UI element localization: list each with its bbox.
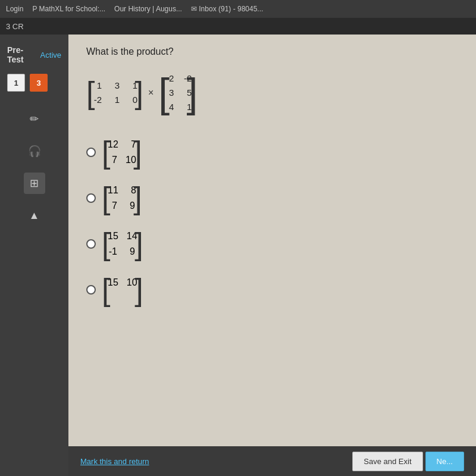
pencil-icon[interactable]: ✏ xyxy=(24,108,45,130)
cell2-r3c1: 4 xyxy=(164,100,174,114)
matrix-equation: 1 3 1 -2 1 0 × 2 -2 xyxy=(86,69,458,117)
question-button-3[interactable]: 3 xyxy=(30,74,48,92)
matrix-right-row-1: 2 -2 xyxy=(164,71,192,86)
answer-choice-c[interactable]: 15 14 -1 9 xyxy=(86,226,458,261)
answer-choice-b[interactable]: 11 8 7 9 xyxy=(86,180,458,215)
cell2-r1c1: 2 xyxy=(164,71,174,86)
matrix-right-row-2: 3 5 xyxy=(164,86,192,100)
headphones-icon[interactable]: 🎧 xyxy=(24,140,45,162)
arrow-up-icon[interactable]: ▲ xyxy=(24,205,45,226)
pre-test-section: Pre-Test Active xyxy=(0,40,68,69)
active-status-label: Active xyxy=(40,51,61,60)
next-button[interactable]: Ne... xyxy=(425,452,464,471)
cell-r1c3: 1 xyxy=(128,79,137,93)
cell-r2c3: 0 xyxy=(128,93,137,107)
save-exit-button[interactable]: Save and Exit xyxy=(352,452,422,471)
cell2-r2c1: 3 xyxy=(164,86,174,100)
matrix-right: 2 -2 3 5 4 1 xyxy=(158,69,198,117)
answer-matrix-d: 15 10 xyxy=(102,273,143,308)
pre-test-label: Pre-Test xyxy=(7,45,36,64)
cell-r1c2: 3 xyxy=(110,79,120,93)
cell-r2c1: -2 xyxy=(92,93,102,107)
sidebar-icons: ✏ 🎧 ⊞ ▲ xyxy=(0,96,68,226)
answer-matrix-c: 15 14 -1 9 xyxy=(102,226,143,261)
question-area: What is the product? 1 3 1 -2 1 0 xyxy=(68,35,476,476)
multiply-sign: × xyxy=(148,87,154,98)
cell-r2c2: 1 xyxy=(110,93,120,107)
tab-inbox[interactable]: ✉ Inbox (91) - 98045... xyxy=(191,5,263,13)
calculator-icon[interactable]: ⊞ xyxy=(24,173,45,194)
main-area: Pre-Test Active 1 3 ✏ 🎧 ⊞ ▲ What is the … xyxy=(0,35,476,476)
question-button-1[interactable]: 1 xyxy=(7,74,25,92)
matrix-right-row-3: 4 1 xyxy=(164,100,192,114)
radio-c[interactable] xyxy=(86,239,96,249)
cell2-r3c2: 1 xyxy=(182,100,192,114)
header-bar: 3 CR xyxy=(0,18,476,35)
tab-history[interactable]: Our History | Augus... xyxy=(114,5,182,13)
cell2-r1c2: -2 xyxy=(182,71,192,86)
tab-login[interactable]: Login xyxy=(6,5,23,13)
breadcrumb: 3 CR xyxy=(6,22,24,31)
mark-return-link[interactable]: Mark this and return xyxy=(80,457,149,466)
cell-r1c1: 1 xyxy=(92,79,102,93)
answer-matrix-a: 12 7 7 10 xyxy=(102,134,142,170)
tab-mathxl[interactable]: P MathXL for School:... xyxy=(32,5,105,13)
footer-buttons: Save and Exit Ne... xyxy=(352,452,464,471)
radio-a[interactable] xyxy=(86,148,96,157)
radio-d[interactable] xyxy=(86,285,96,295)
matrix-left-row-1: 1 3 1 xyxy=(92,79,137,93)
answer-choice-d[interactable]: 15 10 xyxy=(86,273,458,308)
answer-choices: 12 7 7 10 11 8 xyxy=(86,134,458,308)
cell2-r2c2: 5 xyxy=(182,86,192,100)
tab-bar: Login P MathXL for School:... Our Histor… xyxy=(0,0,476,18)
radio-b[interactable] xyxy=(86,193,96,203)
answer-matrix-b: 11 8 7 9 xyxy=(102,180,142,215)
question-text: What is the product? xyxy=(86,46,458,57)
matrix-left: 1 3 1 -2 1 0 xyxy=(86,76,143,109)
sidebar: Pre-Test Active 1 3 ✏ 🎧 ⊞ ▲ xyxy=(0,35,68,476)
footer: Mark this and return Save and Exit Ne... xyxy=(68,446,476,476)
answer-choice-a[interactable]: 12 7 7 10 xyxy=(86,134,458,170)
matrix-left-row-2: -2 1 0 xyxy=(92,93,137,107)
question-buttons-container: 1 3 xyxy=(0,69,68,96)
content-panel: What is the product? 1 3 1 -2 1 0 xyxy=(68,35,476,476)
